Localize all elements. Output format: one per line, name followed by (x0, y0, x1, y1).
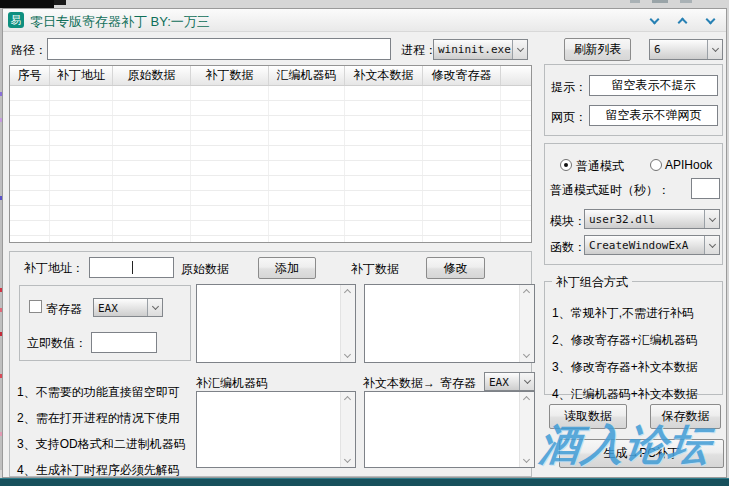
chevron-down-icon (708, 214, 715, 221)
normal-mode-radio[interactable] (560, 159, 572, 171)
close-button[interactable] (700, 12, 720, 29)
register-checkbox[interactable] (29, 300, 42, 313)
patch-combo-item: 1、常规补丁,不需进行补码 (552, 300, 722, 327)
desktop-fragment (680, 0, 692, 3)
register-select[interactable]: EAX (93, 298, 163, 317)
function-select[interactable]: CreateWindowExA (584, 235, 720, 255)
text-register-value: EAX (485, 373, 519, 390)
immediate-value-label: 立即数值： (27, 335, 87, 352)
chevron-down-icon (523, 377, 530, 384)
table-row (10, 116, 531, 131)
apihook-label: APIHook (665, 158, 712, 172)
immediate-value-input[interactable] (91, 332, 157, 353)
dropdown-button[interactable] (147, 299, 162, 316)
minimize-button[interactable] (644, 12, 664, 29)
scrollbar[interactable] (340, 392, 355, 467)
original-data-label: 原始数据 (181, 261, 229, 278)
register-label: 寄存器 (46, 301, 82, 318)
scrollbar[interactable] (340, 285, 355, 362)
patch-address-label: 补丁地址： (24, 260, 84, 277)
table-row (10, 146, 531, 161)
scrollbar[interactable] (519, 285, 534, 362)
column-header-6[interactable]: 修改寄存器 (423, 66, 501, 85)
patch-data-textarea[interactable] (364, 284, 535, 363)
window-title: 零日专版寄存器补丁 BY:一万三 (30, 13, 210, 31)
path-label: 路径： (11, 42, 47, 59)
note-line: 2、需在打开进程的情况下使用 (17, 405, 191, 431)
chevron-up-icon (344, 396, 351, 403)
chevron-up-icon (677, 17, 687, 27)
register-value: EAX (94, 299, 147, 316)
dropdown-button[interactable] (704, 236, 719, 254)
title-bar[interactable]: 易 零日专版寄存器补丁 BY:一万三 (3, 9, 726, 32)
text-data-textarea[interactable] (364, 391, 535, 468)
asm-code-label: 补汇编机器码 (196, 375, 268, 392)
patch-data-label: 补丁数据 (351, 261, 399, 278)
normal-mode-label: 普通模式 (576, 158, 624, 175)
app-window: 易 零日专版寄存器补丁 BY:一万三 路径： 进程： wininit.exe 刷… (2, 8, 727, 478)
function-value: CreateWindowExA (585, 236, 704, 254)
patch-combo-list: 1、常规补丁,不需进行补码2、修改寄存器+汇编机器码3、修改寄存器+补文本数据4… (552, 300, 722, 408)
chevron-down-icon (151, 303, 158, 310)
notes-list: 1、不需要的功能直接留空即可2、需在打开进程的情况下使用3、支持OD格式和二进制… (17, 379, 191, 483)
easy-language-logo: 易 (11, 14, 22, 26)
dropdown-button[interactable] (512, 40, 527, 59)
dropdown-button[interactable] (707, 40, 722, 59)
column-header-5[interactable]: 补文本数据 (345, 66, 423, 85)
column-header-2[interactable]: 原始数据 (113, 66, 191, 85)
modify-button[interactable]: 修改 (426, 257, 485, 279)
web-input[interactable]: 留空表示不弹网页 (589, 105, 718, 126)
delay-label: 普通模式延时（秒）： (550, 182, 670, 199)
chevron-down-icon (711, 45, 718, 52)
note-line: 1、不需要的功能直接留空即可 (17, 379, 191, 405)
note-line: 4、生成补丁时程序必须先解码 (17, 457, 191, 483)
note-line: 3、支持OD格式和二进制机器码 (17, 431, 191, 457)
web-label: 网页： (551, 109, 587, 126)
delay-input[interactable] (691, 178, 720, 199)
refresh-list-button[interactable]: 刷新列表 (564, 38, 631, 61)
module-label: 模块： (550, 213, 586, 230)
column-header-1[interactable]: 补丁地址 (50, 66, 113, 85)
original-data-textarea[interactable] (196, 284, 356, 363)
patch-address-input[interactable] (89, 257, 174, 278)
process-select[interactable]: wininit.exe (433, 39, 528, 60)
module-value: user32.dll (585, 210, 704, 228)
count-select[interactable]: 6 (649, 39, 723, 60)
chevron-down-icon (705, 14, 715, 24)
desktop-fragment (652, 0, 668, 3)
table-row (10, 206, 531, 221)
asm-code-textarea[interactable] (196, 391, 356, 468)
apihook-radio[interactable] (650, 159, 662, 171)
column-header-3[interactable]: 补丁数据 (191, 66, 269, 85)
column-header-0[interactable]: 序号 (10, 66, 50, 85)
function-label: 函数： (550, 239, 586, 256)
restore-button[interactable] (672, 12, 692, 29)
table-row (10, 101, 531, 116)
read-data-button[interactable]: 读取数据 (549, 404, 627, 429)
patch-combo-title: 补丁组合方式 (552, 274, 632, 291)
path-input[interactable] (47, 38, 391, 60)
module-select[interactable]: user32.dll (584, 209, 720, 229)
save-data-button[interactable]: 保存数据 (650, 404, 721, 429)
dropdown-button[interactable] (519, 373, 534, 390)
scrollbar[interactable] (519, 392, 534, 467)
table-header: 序号补丁地址原始数据补丁数据汇编机器码补文本数据修改寄存器 (10, 66, 531, 86)
table-body[interactable] (10, 86, 531, 243)
process-label: 进程： (401, 42, 437, 59)
chevron-down-icon (523, 456, 530, 463)
generate-patch-button[interactable]: 生成→PC补丁 (559, 439, 724, 468)
text-data-label: 补文本数据→ (363, 375, 435, 392)
patch-combo-item: 2、修改寄存器+汇编机器码 (552, 327, 722, 354)
chevron-up-icon (344, 289, 351, 296)
tip-input[interactable]: 留空表示不提示 (589, 75, 718, 96)
app-icon: 易 (8, 12, 24, 28)
chevron-down-icon (708, 240, 715, 247)
column-header-4[interactable]: 汇编机器码 (269, 66, 345, 85)
chevron-up-icon (523, 289, 530, 296)
text-register-select[interactable]: EAX (484, 372, 535, 391)
window-controls (644, 12, 720, 29)
patch-list[interactable]: 序号补丁地址原始数据补丁数据汇编机器码补文本数据修改寄存器 (9, 65, 532, 243)
dropdown-button[interactable] (704, 210, 719, 228)
text-caret (132, 261, 133, 274)
add-button[interactable]: 添加 (258, 257, 316, 279)
